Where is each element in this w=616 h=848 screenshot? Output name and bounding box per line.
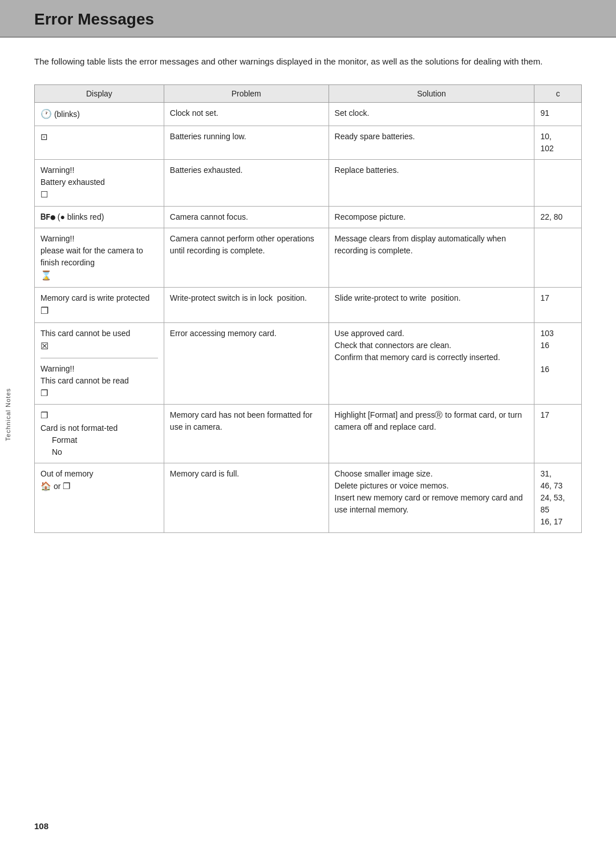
cell-display: ᏴF● (● blinks red) — [35, 206, 164, 228]
battery-low-icon: ⊡ — [40, 132, 48, 142]
cell-display: ❐ Card is not format-ted Format No — [35, 405, 164, 463]
battery-empty-icon: ☐ — [40, 189, 48, 199]
table-row: Memory card is write protected ❐ Write-p… — [35, 287, 582, 322]
no-card-icon: ☒ — [40, 341, 48, 351]
main-content: The following table lists the error mess… — [0, 38, 616, 556]
sd-card-icon: ❐ — [63, 481, 70, 491]
cell-problem: Memory card is full. — [164, 463, 329, 532]
cell-page: 31,46, 7324, 53,8516, 17 — [534, 463, 582, 532]
table-header-row: Display Problem Solution c — [35, 85, 582, 103]
table-row: ⊡ Batteries running low. Ready spare bat… — [35, 126, 582, 160]
table-row: Warning!!Battery exhausted ☐ Batteries e… — [35, 160, 582, 207]
cell-page: 91 — [534, 103, 582, 126]
cell-problem: Memory card has not been formatted for u… — [164, 405, 329, 463]
cell-display: Memory card is write protected ❐ — [35, 287, 164, 322]
cell-page: 10,102 — [534, 126, 582, 160]
blinks-red-label: (● blinks red) — [58, 212, 104, 221]
cell-page: 22, 80 — [534, 206, 582, 228]
table-row: ❐ Card is not format-ted Format No Memor… — [35, 405, 582, 463]
blinks-label: (blinks) — [54, 110, 80, 119]
col-header-page: c — [534, 85, 582, 103]
cell-page: 17 — [534, 405, 582, 463]
cell-problem: Camera cannot focus. — [164, 206, 329, 228]
intro-paragraph: The following table lists the error mess… — [34, 55, 582, 68]
cell-solution: Recompose picture. — [329, 206, 534, 228]
or-label: or — [54, 482, 63, 491]
header-bar: Error Messages — [0, 0, 616, 38]
cell-solution: Highlight [Format] and pressⓇ to format … — [329, 405, 534, 463]
cell-display: Warning!!Battery exhausted ☐ — [35, 160, 164, 207]
cell-problem: Error accessing memory card. — [164, 322, 329, 405]
table-row: ᏴF● (● blinks red) Camera cannot focus. … — [35, 206, 582, 228]
table-row: Warning!! please wait for the camera to … — [35, 228, 582, 287]
write-protect-icon: ❐ — [40, 306, 48, 316]
col-header-solution: Solution — [329, 85, 534, 103]
card-read-icon: ❐ — [40, 388, 48, 398]
cell-problem: Write-protect switch is in lock position… — [164, 287, 329, 322]
error-table: Display Problem Solution c 🕐 (blinks) Cl… — [34, 84, 582, 533]
cell-problem: Batteries running low. — [164, 126, 329, 160]
cell-solution: Set clock. — [329, 103, 534, 126]
hourglass-icon: ⌛ — [40, 270, 52, 280]
cell-display: This card cannot be used ☒ Warning!! Thi… — [35, 322, 164, 405]
warning-battery-text: Warning!!Battery exhausted — [40, 165, 105, 187]
col-header-display: Display — [35, 85, 164, 103]
no-label: No — [52, 447, 62, 457]
page-title: Error Messages — [34, 10, 582, 29]
af-icon: ᏴF● — [40, 212, 55, 221]
tech-notes-label: Technical Notes — [5, 388, 11, 441]
internal-memory-icon: 🏠 — [40, 481, 51, 491]
cell-solution: Use approved card. Check that connectors… — [329, 322, 534, 405]
table-row: 🕐 (blinks) Clock not set. Set clock. 91 — [35, 103, 582, 126]
cell-page: 17 — [534, 287, 582, 322]
col-header-problem: Problem — [164, 85, 329, 103]
clock-icon: 🕐 — [40, 109, 52, 119]
cell-solution: Message clears from dis­play automatical… — [329, 228, 534, 287]
cell-display: Warning!! please wait for the camera to … — [35, 228, 164, 287]
cell-solution: Choose smaller image size. Delete pictur… — [329, 463, 534, 532]
cell-display: ⊡ — [35, 126, 164, 160]
table-row: This card cannot be used ☒ Warning!! Thi… — [35, 322, 582, 405]
cell-solution: Slide write-protect to write position. — [329, 287, 534, 322]
cell-solution: Replace batteries. — [329, 160, 534, 207]
cell-problem: Batteries exhausted. — [164, 160, 329, 207]
cell-problem: Clock not set. — [164, 103, 329, 126]
cell-page: 1031616 — [534, 322, 582, 405]
format-card-icon: ❐ — [40, 410, 48, 420]
table-row: Out of memory 🏠 or ❐ Memory card is full… — [35, 463, 582, 532]
format-label: Format — [52, 435, 77, 445]
cell-display: Out of memory 🏠 or ❐ — [35, 463, 164, 532]
page-number: 108 — [34, 821, 48, 831]
cell-problem: Camera cannot perform other operations u… — [164, 228, 329, 287]
page: Error Messages Technical Notes The follo… — [0, 0, 616, 848]
cell-page — [534, 160, 582, 207]
cell-display: 🕐 (blinks) — [35, 103, 164, 126]
cell-solution: Ready spare batteries. — [329, 126, 534, 160]
cell-page — [534, 228, 582, 287]
